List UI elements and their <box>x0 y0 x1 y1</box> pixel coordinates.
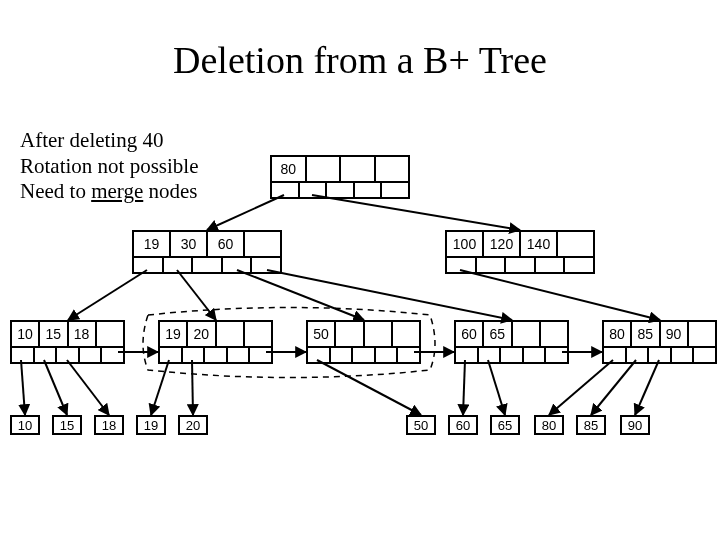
leaf-2-key-0: 50 <box>308 322 336 346</box>
data-l2-0: 50 <box>406 415 436 435</box>
leaf-3-key-2 <box>513 322 541 346</box>
internal-right-key-2: 140 <box>521 232 558 256</box>
data-l0-1: 15 <box>52 415 82 435</box>
svg-line-16 <box>317 360 421 415</box>
leaf-2-key-3 <box>393 322 419 346</box>
leaf-3-key-1: 65 <box>484 322 512 346</box>
leaf-1-key-1: 20 <box>188 322 216 346</box>
leaf-2-key-2 <box>365 322 393 346</box>
internal-right-key-0: 100 <box>447 232 484 256</box>
leaf-3-key-3 <box>541 322 567 346</box>
svg-line-4 <box>237 270 364 320</box>
root-key-3 <box>376 157 409 181</box>
page-title: Deletion from a B+ Tree <box>0 38 720 82</box>
svg-line-3 <box>177 270 216 320</box>
leaf-1-key-3 <box>245 322 271 346</box>
svg-line-15 <box>192 360 193 415</box>
svg-line-21 <box>635 360 659 415</box>
leaf-0-key-2: 18 <box>69 322 97 346</box>
leaf-4-key-1: 85 <box>632 322 660 346</box>
internal-left-key-0: 19 <box>134 232 171 256</box>
svg-line-12 <box>44 360 67 415</box>
data-l0-0: 10 <box>10 415 40 435</box>
leaf-4-key-2: 90 <box>661 322 689 346</box>
svg-line-20 <box>591 360 636 415</box>
data-l0-2: 18 <box>94 415 124 435</box>
note-line-2: Rotation not possible <box>20 154 199 180</box>
internal-left-key-3 <box>245 232 280 256</box>
data-l3-0: 60 <box>448 415 478 435</box>
data-l4-0: 80 <box>534 415 564 435</box>
data-l3-1: 65 <box>490 415 520 435</box>
leaf-0-key-3 <box>97 322 123 346</box>
leaf-2-key-1 <box>336 322 364 346</box>
root-key-0: 80 <box>272 157 307 181</box>
leaf-1: 19 20 <box>158 320 273 364</box>
note-line-3: Need to merge nodes <box>20 179 199 205</box>
svg-line-5 <box>267 270 512 320</box>
leaf-1-key-2 <box>217 322 245 346</box>
svg-line-14 <box>151 360 169 415</box>
leaf-1-key-0: 19 <box>160 322 188 346</box>
internal-right-node: 100 120 140 <box>445 230 595 274</box>
leaf-4-key-3 <box>689 322 715 346</box>
internal-right-key-1: 120 <box>484 232 521 256</box>
svg-line-1 <box>312 195 520 230</box>
svg-line-13 <box>67 360 109 415</box>
data-l4-1: 85 <box>576 415 606 435</box>
data-l4-2: 90 <box>620 415 650 435</box>
svg-line-0 <box>207 195 284 230</box>
svg-line-17 <box>463 360 465 415</box>
leaf-4-key-0: 80 <box>604 322 632 346</box>
leaf-2: 50 <box>306 320 421 364</box>
internal-left-key-2: 60 <box>208 232 245 256</box>
svg-line-19 <box>549 360 613 415</box>
note-line-1: After deleting 40 <box>20 128 199 154</box>
root-key-1 <box>307 157 342 181</box>
svg-line-2 <box>68 270 147 320</box>
leaf-4: 80 85 90 <box>602 320 717 364</box>
leaf-0: 10 15 18 <box>10 320 125 364</box>
svg-line-11 <box>21 360 25 415</box>
internal-right-key-3 <box>558 232 593 256</box>
svg-line-18 <box>488 360 505 415</box>
operation-note: After deleting 40 Rotation not possible … <box>20 128 199 205</box>
leaf-0-key-1: 15 <box>40 322 68 346</box>
svg-line-6 <box>460 270 660 320</box>
root-node: 80 <box>270 155 410 199</box>
internal-left-key-1: 30 <box>171 232 208 256</box>
leaf-3-key-0: 60 <box>456 322 484 346</box>
data-l1-0: 19 <box>136 415 166 435</box>
data-l1-1: 20 <box>178 415 208 435</box>
root-key-2 <box>341 157 376 181</box>
leaf-0-key-0: 10 <box>12 322 40 346</box>
leaf-3: 60 65 <box>454 320 569 364</box>
internal-left-node: 19 30 60 <box>132 230 282 274</box>
